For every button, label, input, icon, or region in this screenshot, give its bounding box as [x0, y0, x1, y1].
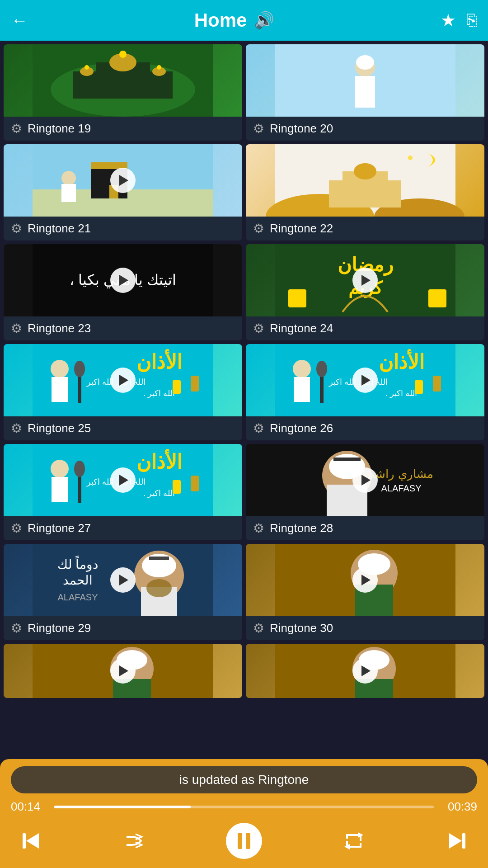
svg-rect-13 [355, 76, 375, 108]
svg-point-61 [74, 461, 85, 477]
card-thumb-22[interactable] [246, 144, 484, 217]
app-header: ← Home 🔊 ★ ⎘ [0, 0, 488, 41]
play-button-21[interactable] [110, 168, 136, 193]
repeat-button[interactable] [343, 830, 365, 852]
svg-rect-95 [23, 833, 26, 849]
card-footer-30: ⚙ Ringtone 30 [246, 616, 484, 640]
svg-text:ALAFASY: ALAFASY [58, 592, 98, 602]
card-footer-26: ⚙ Ringtone 26 [246, 416, 484, 440]
svg-rect-55 [415, 380, 423, 394]
card-thumb-21[interactable] [4, 144, 242, 217]
svg-point-41 [74, 361, 85, 377]
svg-point-38 [51, 360, 69, 378]
skip-next-button[interactable] [446, 830, 468, 852]
ringtone-card-25: الأذان الله اكبر. الله اكبر . الله اكبر … [4, 344, 242, 440]
card-footer-22: ⚙ Ringtone 22 [246, 217, 484, 241]
settings-icon-22[interactable]: ⚙ [253, 221, 264, 236]
back-button[interactable]: ← [11, 11, 28, 30]
shuffle-button[interactable] [123, 830, 145, 852]
svg-rect-27 [329, 180, 347, 208]
ringtone-card-31 [4, 644, 242, 698]
svg-rect-56 [433, 376, 441, 392]
pause-button[interactable] [226, 823, 262, 859]
card-label-26: Ringtone 26 [270, 421, 333, 435]
player-controls [11, 823, 477, 859]
svg-rect-78 [149, 557, 169, 560]
svg-rect-35 [288, 289, 306, 307]
svg-point-8 [119, 51, 127, 58]
card-label-25: Ringtone 25 [28, 421, 91, 435]
play-button-30[interactable] [352, 567, 378, 593]
volume-icon[interactable]: 🔊 [254, 11, 274, 30]
svg-rect-71 [333, 458, 361, 461]
settings-icon-20[interactable]: ⚙ [253, 121, 264, 136]
play-button-28[interactable] [352, 467, 378, 493]
settings-icon-29[interactable]: ⚙ [11, 621, 22, 636]
settings-icon-19[interactable]: ⚙ [11, 121, 22, 136]
settings-icon-25[interactable]: ⚙ [11, 421, 22, 436]
play-button-29[interactable] [110, 567, 136, 593]
settings-icon-27[interactable]: ⚙ [11, 521, 22, 536]
svg-marker-100 [449, 833, 462, 849]
svg-text:الحمد: الحمد [63, 573, 93, 587]
play-button-32[interactable] [352, 658, 378, 684]
svg-text:. الله اكبر: . الله اكبر [143, 389, 175, 398]
card-label-28: Ringtone 28 [270, 521, 333, 535]
card-footer-23: ⚙ Ringtone 23 [4, 316, 242, 340]
card-thumb-25[interactable]: الأذان الله اكبر. الله اكبر . الله اكبر [4, 344, 242, 416]
svg-point-51 [316, 361, 327, 377]
skip-previous-button[interactable] [20, 830, 42, 852]
ringtone-card-26: الأذان الله اكبر. الله اكبر . الله اكبر … [246, 344, 484, 440]
current-time: 00:14 [11, 800, 47, 814]
card-thumb-32[interactable] [246, 644, 484, 698]
card-footer-24: ⚙ Ringtone 24 [246, 316, 484, 340]
card-thumb-28[interactable]: مشاري راشد ALAFASY [246, 444, 484, 516]
svg-rect-65 [173, 480, 181, 494]
card-thumb-31[interactable] [4, 644, 242, 698]
card-label-21: Ringtone 21 [28, 222, 91, 236]
svg-rect-39 [52, 377, 68, 402]
card-thumb-29[interactable]: دوماً لك الحمد ALAFASY [4, 544, 242, 616]
play-button-31[interactable] [110, 658, 136, 684]
settings-icon-21[interactable]: ⚙ [11, 221, 22, 236]
svg-point-29 [408, 156, 413, 160]
settings-icon-28[interactable]: ⚙ [253, 521, 264, 536]
settings-icon-24[interactable]: ⚙ [253, 321, 264, 336]
settings-icon-26[interactable]: ⚙ [253, 421, 264, 436]
card-thumb-30[interactable] [246, 544, 484, 616]
svg-rect-21 [61, 184, 76, 202]
ringtone-card-32 [246, 644, 484, 698]
settings-icon-30[interactable]: ⚙ [253, 621, 264, 636]
svg-rect-28 [383, 180, 401, 208]
svg-rect-66 [191, 476, 199, 491]
settings-icon-23[interactable]: ⚙ [11, 321, 22, 336]
card-thumb-26[interactable]: الأذان الله اكبر. الله اكبر . الله اكبر [246, 344, 484, 416]
play-button-26[interactable] [352, 368, 378, 393]
svg-rect-36 [428, 289, 446, 307]
svg-text:ALAFASY: ALAFASY [381, 483, 422, 493]
card-label-20: Ringtone 20 [270, 122, 333, 136]
favorite-button[interactable]: ★ [441, 10, 456, 30]
svg-point-10 [157, 65, 161, 70]
svg-marker-96 [26, 833, 39, 849]
card-footer-21: ⚙ Ringtone 21 [4, 217, 242, 241]
card-thumb-27[interactable]: الأذان الله اكبر. الله اكبر . الله اكبر [4, 444, 242, 516]
svg-rect-99 [462, 833, 465, 849]
card-footer-25: ⚙ Ringtone 25 [4, 416, 242, 440]
play-button-24[interactable] [352, 268, 378, 293]
card-label-19: Ringtone 19 [28, 122, 91, 136]
ringtone-card-23: اتيتك يا مقي بكيا ، ⚙ Ringtone 23 [4, 244, 242, 340]
card-thumb-24[interactable]: رمضان كريم [246, 244, 484, 316]
play-button-25[interactable] [110, 368, 136, 393]
card-thumb-20[interactable] [246, 44, 484, 117]
play-button-27[interactable] [110, 467, 136, 493]
card-thumb-23[interactable]: اتيتك يا مقي بكيا ، [4, 244, 242, 316]
card-footer-27: ⚙ Ringtone 27 [4, 516, 242, 540]
svg-point-14 [356, 55, 374, 70]
play-button-23[interactable] [110, 268, 136, 293]
card-thumb-19[interactable] [4, 44, 242, 117]
ringtone-card-20: ⚙ Ringtone 20 [246, 44, 484, 141]
progress-bar[interactable] [54, 806, 434, 808]
share-button[interactable]: ⎘ [467, 10, 477, 30]
svg-text:الأذان: الأذان [136, 449, 182, 473]
